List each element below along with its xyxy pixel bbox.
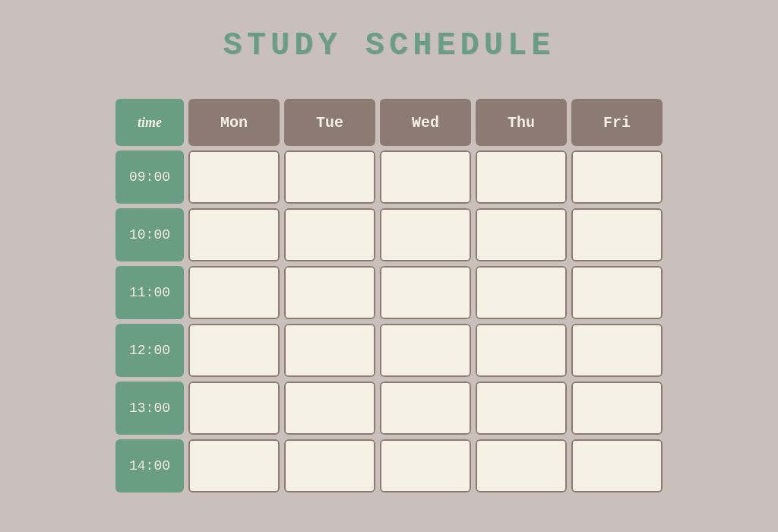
cell-10:00-mon[interactable] [188, 208, 280, 261]
cell-content [477, 325, 565, 375]
cell-content [573, 383, 661, 433]
cell-content [381, 210, 470, 260]
cell-content [477, 152, 565, 202]
schedule-container: time Mon Tue Wed Thu Fri 09:0010:0011:00… [103, 87, 675, 505]
time-cell-11:00: 11:00 [115, 266, 184, 319]
cell-14:00-wed[interactable] [380, 439, 471, 492]
cell-content [286, 152, 374, 202]
cell-13:00-fri[interactable] [571, 382, 663, 435]
header-row: time Mon Tue Wed Thu Fri [115, 99, 663, 146]
cell-10:00-tue[interactable] [284, 208, 375, 261]
cell-content [286, 210, 374, 260]
cell-content [477, 441, 565, 491]
cell-09:00-thu[interactable] [476, 150, 567, 204]
cell-09:00-tue[interactable] [284, 150, 375, 204]
table-row: 11:00 [115, 266, 663, 319]
cell-12:00-tue[interactable] [284, 324, 375, 377]
cell-content [573, 210, 661, 260]
cell-12:00-fri[interactable] [571, 324, 663, 377]
header-day-wed: Wed [380, 99, 471, 146]
cell-10:00-thu[interactable] [476, 208, 567, 261]
table-row: 10:00 [115, 208, 663, 261]
cell-content [190, 383, 278, 433]
cell-content [573, 152, 661, 202]
cell-12:00-thu[interactable] [476, 324, 567, 377]
header-day-mon: Mon [188, 99, 280, 146]
header-day-thu: Thu [476, 99, 567, 146]
cell-13:00-wed[interactable] [380, 382, 471, 435]
cell-14:00-fri[interactable] [571, 439, 663, 492]
cell-10:00-fri[interactable] [571, 208, 663, 261]
table-row: 13:00 [115, 382, 663, 435]
table-row: 12:00 [115, 324, 663, 377]
cell-13:00-mon[interactable] [188, 382, 280, 435]
cell-11:00-thu[interactable] [476, 266, 567, 319]
schedule-table: time Mon Tue Wed Thu Fri 09:0010:0011:00… [111, 94, 667, 497]
cell-content [381, 383, 470, 433]
cell-content [477, 268, 565, 318]
cell-content [190, 325, 278, 375]
time-cell-10:00: 10:00 [115, 208, 184, 261]
cell-11:00-mon[interactable] [188, 266, 280, 319]
cell-content [190, 268, 278, 318]
cell-14:00-tue[interactable] [284, 439, 375, 492]
time-cell-14:00: 14:00 [115, 439, 184, 492]
cell-12:00-mon[interactable] [188, 324, 280, 377]
cell-content [573, 441, 661, 491]
cell-content [381, 268, 470, 318]
cell-14:00-mon[interactable] [188, 439, 280, 492]
cell-content [190, 152, 278, 202]
cell-content [477, 210, 565, 260]
time-cell-09:00: 09:00 [115, 150, 184, 204]
cell-13:00-tue[interactable] [284, 382, 375, 435]
header-day-tue: Tue [284, 99, 375, 146]
schedule-body: 09:0010:0011:0012:0013:0014:00 [115, 150, 663, 492]
cell-13:00-thu[interactable] [476, 382, 567, 435]
page-title: STUDY SCHEDULE [223, 27, 555, 64]
cell-content [381, 325, 470, 375]
time-cell-12:00: 12:00 [115, 324, 184, 377]
cell-content [190, 210, 278, 260]
cell-content [190, 441, 278, 491]
cell-content [573, 325, 661, 375]
cell-10:00-wed[interactable] [380, 208, 471, 261]
header-time-cell: time [115, 99, 184, 146]
cell-14:00-thu[interactable] [476, 439, 567, 492]
cell-12:00-wed[interactable] [380, 324, 471, 377]
cell-11:00-tue[interactable] [284, 266, 375, 319]
cell-content [381, 441, 470, 491]
cell-content [286, 268, 374, 318]
cell-09:00-mon[interactable] [188, 150, 280, 204]
cell-content [381, 152, 470, 202]
cell-09:00-fri[interactable] [571, 150, 663, 204]
time-cell-13:00: 13:00 [115, 382, 184, 435]
cell-content [286, 325, 374, 375]
cell-content [573, 268, 661, 318]
header-day-fri: Fri [571, 99, 663, 146]
cell-content [477, 383, 565, 433]
table-row: 14:00 [115, 439, 663, 492]
cell-11:00-wed[interactable] [380, 266, 471, 319]
cell-09:00-wed[interactable] [380, 150, 471, 204]
cell-content [286, 441, 374, 491]
cell-11:00-fri[interactable] [571, 266, 663, 319]
table-row: 09:00 [115, 150, 663, 204]
cell-content [286, 383, 374, 433]
